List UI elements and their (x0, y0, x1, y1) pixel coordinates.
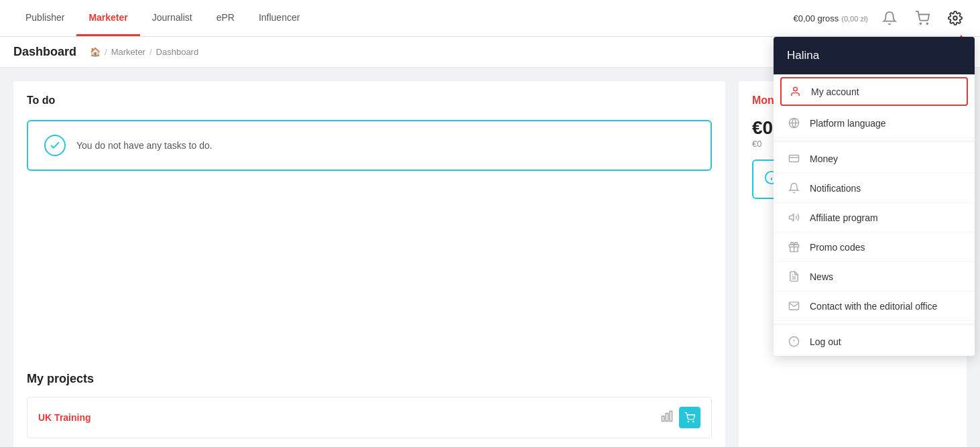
news-label: News (810, 271, 833, 282)
todo-empty-text: You do not have any tasks to do. (76, 140, 212, 151)
dropdown-item-logout[interactable]: Log out (774, 327, 975, 356)
left-panel: To do You do not have any tasks to do. M… (13, 81, 725, 447)
cart-icon[interactable] (679, 407, 700, 428)
affiliate-label: Affiliate program (810, 212, 878, 223)
person-icon (788, 86, 802, 97)
money-label: Money (810, 153, 838, 164)
check-icon (44, 135, 66, 156)
gift-icon (787, 241, 800, 253)
nav-right: €0,00 gross (0,00 zł) (793, 7, 967, 29)
project-name[interactable]: UK Training (38, 412, 91, 423)
divider-2 (774, 324, 975, 324)
svg-point-2 (953, 16, 957, 20)
settings-button[interactable] (944, 7, 967, 29)
megaphone-icon (787, 212, 800, 223)
dropdown-item-my-account[interactable]: My account (780, 77, 968, 106)
nav-tab-influencer[interactable]: Influencer (247, 0, 312, 36)
promo-codes-label: Promo codes (810, 242, 865, 253)
breadcrumb-dashboard[interactable]: Dashboard (156, 47, 199, 57)
dropdown-item-affiliate[interactable]: Affiliate program (774, 203, 975, 233)
balance-display: €0,00 gross (0,00 zł) (793, 13, 868, 23)
project-card: UK Training (27, 397, 712, 438)
nav-tab-marketer[interactable]: Marketer (76, 0, 139, 36)
dropdown-item-notifications[interactable]: Notifications (774, 174, 975, 203)
dropdown-item-money[interactable]: Money (774, 144, 975, 174)
svg-marker-15 (789, 214, 793, 221)
news-icon (787, 271, 800, 282)
svg-point-1 (926, 23, 928, 24)
svg-point-11 (793, 87, 797, 91)
breadcrumb: 🏠 / Marketer / Dashboard (90, 47, 198, 57)
svg-rect-3 (662, 416, 664, 422)
breadcrumb-home[interactable]: 🏠 (90, 47, 101, 57)
contact-label: Contact with the editorial office (810, 301, 937, 312)
top-nav: Publisher Marketer Journalist ePR Influe… (0, 0, 980, 37)
svg-point-0 (920, 23, 921, 24)
dropdown-menu: Halina My account Platform language (774, 37, 975, 356)
notifications-button[interactable] (878, 7, 901, 29)
notifications-label: Notifications (810, 183, 861, 194)
envelope-icon (787, 300, 800, 312)
my-projects-title: My projects (27, 372, 712, 386)
nav-tab-epr[interactable]: ePR (204, 0, 247, 36)
logout-icon (787, 336, 800, 347)
dropdown-item-promo-codes[interactable]: Promo codes (774, 233, 975, 262)
nav-tab-publisher[interactable]: Publisher (13, 0, 76, 36)
svg-rect-4 (666, 413, 668, 421)
svg-rect-5 (670, 411, 672, 421)
svg-rect-14 (789, 155, 798, 162)
dropdown-header: Halina (774, 37, 975, 74)
platform-language-label: Platform language (810, 118, 886, 129)
nav-tab-journalist[interactable]: Journalist (140, 0, 204, 36)
logout-label: Log out (810, 336, 841, 347)
bell-icon (787, 182, 800, 194)
dropdown-item-contact[interactable]: Contact with the editorial office (774, 292, 975, 321)
todo-empty-box: You do not have any tasks to do. (27, 120, 712, 171)
money-icon (787, 153, 800, 164)
divider-1 (774, 141, 975, 141)
my-account-label: My account (811, 86, 859, 97)
globe-icon (787, 117, 800, 129)
svg-point-6 (688, 421, 688, 422)
nav-tabs: Publisher Marketer Journalist ePR Influe… (13, 0, 312, 36)
chart-icon[interactable] (660, 409, 674, 426)
todo-title: To do (27, 94, 712, 107)
svg-point-7 (693, 421, 694, 422)
cart-button[interactable] (911, 7, 934, 29)
page-title: Dashboard (13, 45, 76, 59)
project-icons (660, 407, 700, 428)
breadcrumb-marketer[interactable]: Marketer (111, 47, 145, 57)
dropdown-item-news[interactable]: News (774, 262, 975, 292)
dropdown-item-platform-language[interactable]: Platform language (774, 109, 975, 138)
